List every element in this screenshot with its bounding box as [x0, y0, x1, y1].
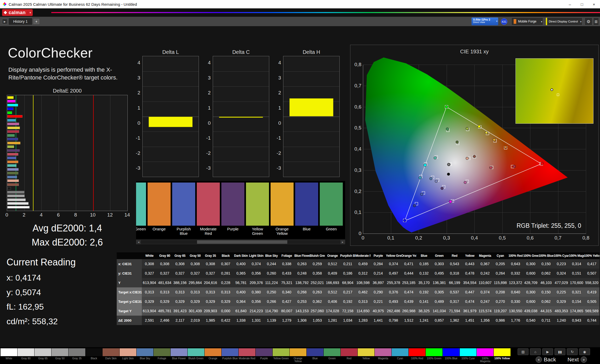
calman-logo-text: calman: [9, 10, 26, 15]
bottom-swatch[interactable]: Purplish Blue: [222, 348, 238, 363]
bottom-swatch[interactable]: Gray 80: [18, 348, 34, 363]
deltae-bar: [7, 100, 15, 103]
axis-tick-label: 2: [23, 212, 25, 218]
close-button[interactable]: ×: [588, 0, 600, 8]
patch-swatch[interactable]: Moderate Red: [197, 183, 220, 236]
scrollbar-thumb[interactable]: [197, 240, 287, 244]
history-expand-button[interactable]: ▶: [2, 19, 7, 24]
bottom-swatch[interactable]: 100% Yellow: [494, 348, 511, 363]
table-cell: 0,600: [523, 269, 538, 278]
table-cell: 428,709: [523, 278, 538, 287]
table-cell: 1,283: [355, 316, 371, 325]
bottom-swatch[interactable]: 100% Blue: [443, 348, 459, 363]
bottom-swatch[interactable]: Gray 35: [69, 348, 85, 363]
table-cell: 1,034: [340, 316, 355, 325]
table-cell: 0,264: [493, 269, 508, 278]
swatch-label: Gray 65: [35, 357, 51, 360]
scrollbar-track[interactable]: [141, 240, 340, 244]
bottom-swatch[interactable]: Blue: [307, 348, 323, 363]
bottom-swatch[interactable]: 100% Green: [426, 348, 442, 363]
bottom-swatch[interactable]: Magenta: [375, 348, 391, 363]
home-icon[interactable]: ⌂: [530, 348, 541, 355]
bottom-swatch[interactable]: 100% Cyan: [460, 348, 476, 363]
table-row: x: CIE310,3080,3080,3080,3080,3080,3070,…: [117, 259, 599, 269]
layout-grid-icon[interactable]: ▥: [593, 18, 599, 25]
maximize-button[interactable]: □: [576, 0, 588, 8]
patch-strip-scrollbar[interactable]: ◄ ►: [136, 240, 345, 244]
table-cell: 174,865: [569, 306, 584, 316]
measured-point: [513, 165, 515, 168]
patch-swatch[interactable]: Purple: [221, 183, 244, 236]
add-tab-button[interactable]: +: [33, 19, 39, 24]
patch-swatch[interactable]: Blue: [295, 183, 318, 236]
bottom-swatch[interactable]: Gray 50: [52, 348, 68, 363]
bottom-swatch[interactable]: 100% Red: [409, 348, 425, 363]
bottom-swatch[interactable]: Green: [324, 348, 340, 363]
gridline: [143, 86, 199, 87]
patch-swatch[interactable]: Bluish Green: [136, 183, 146, 236]
display-control-dropdown[interactable]: Direct Display Control ▾: [546, 18, 582, 25]
table-cell: 0,313: [203, 287, 218, 297]
table-cell: 0,327: [203, 269, 218, 278]
bottom-swatch[interactable]: Yellow Green: [273, 348, 289, 363]
bottom-swatch[interactable]: Red: [341, 348, 357, 363]
deltae-bar: [7, 130, 19, 133]
display-icon[interactable]: ▤: [518, 348, 529, 355]
gear-icon[interactable]: ⚙: [585, 18, 592, 25]
bottom-swatch[interactable]: Orange Yellow: [290, 348, 306, 363]
table-cell: 0,321: [569, 287, 584, 297]
meter-count-badge[interactable]: 431: [501, 18, 507, 25]
table-row: Target y:CIE310,3290,3290,3290,3290,3290…: [117, 297, 599, 306]
chart-title: CIE 1931 xy: [350, 49, 598, 55]
bottom-swatch[interactable]: White: [1, 348, 17, 363]
axis-tick-label: 3: [278, 75, 281, 81]
swatch-color: [69, 348, 85, 356]
bottom-swatch[interactable]: Cyan: [392, 348, 408, 363]
bottom-swatch[interactable]: Moderate Red: [239, 348, 255, 363]
patch-swatch[interactable]: Purplish Blue: [172, 183, 195, 236]
table-cell: 0,447: [462, 287, 477, 297]
axis-tick-label: 1: [137, 105, 140, 111]
patch-swatch[interactable]: Green: [320, 183, 343, 236]
play-icon[interactable]: ▶: [542, 348, 553, 355]
bottom-swatch[interactable]: Foliage: [154, 348, 170, 363]
bottom-swatch[interactable]: Yellow: [358, 348, 374, 363]
minimize-button[interactable]: –: [564, 0, 576, 8]
bottom-swatch[interactable]: Light Skin: [120, 348, 136, 363]
source-dropdown[interactable]: Mobile Forge ▾: [511, 18, 543, 25]
record-icon[interactable]: ◉: [579, 348, 590, 355]
deltae-bar: [7, 138, 18, 140]
swatch-color: [392, 348, 408, 356]
bottom-swatch[interactable]: Bluish Green: [188, 348, 204, 363]
next-button[interactable]: Next »: [568, 356, 589, 363]
swatch-label: Dark Skin: [103, 357, 119, 360]
bottom-swatch[interactable]: Dark Skin: [103, 348, 119, 363]
pause-icon[interactable]: ▮▮: [554, 348, 565, 355]
page-title: ColorChecker: [8, 45, 93, 61]
table-cell: 485,781: [157, 306, 172, 316]
gridline: [143, 147, 199, 147]
table-cell: 1,776: [508, 316, 523, 325]
bottom-swatch[interactable]: Orange: [205, 348, 221, 363]
tab-history-1[interactable]: History 1: [8, 18, 32, 25]
axis-tick-label: 3: [208, 75, 211, 81]
deltae2000-chart: DeltaE 2000 02468101214: [7, 88, 128, 218]
bottom-swatch[interactable]: Black: [86, 348, 102, 363]
table-cell: 136,381: [432, 278, 447, 287]
back-button[interactable]: « Back: [534, 356, 556, 363]
bottom-swatch[interactable]: Purple: [256, 348, 272, 363]
bottom-swatch[interactable]: Blue Sky: [137, 348, 153, 363]
calman-logo-menu[interactable]: calman ▾: [2, 9, 33, 16]
meter-device-dropdown[interactable]: X-Rite i1Pro 3 Direct View ▾: [472, 18, 498, 25]
bottom-swatch[interactable]: Blue Flower: [171, 348, 187, 363]
refresh-icon[interactable]: ↻: [567, 348, 578, 355]
scroll-right-button[interactable]: ►: [340, 240, 345, 244]
bottom-swatch[interactable]: 100% Magenta: [477, 348, 494, 363]
scroll-left-button[interactable]: ◄: [136, 240, 141, 244]
patch-swatch[interactable]: Orange: [148, 183, 171, 236]
bottom-swatch[interactable]: Gray 65: [35, 348, 51, 363]
table-cell: 141,034: [432, 306, 447, 316]
patch-swatch[interactable]: Orange Yellow: [271, 183, 294, 236]
patch-swatch[interactable]: Yellow Green: [246, 183, 269, 236]
axis-tick-label: 4: [40, 212, 43, 218]
